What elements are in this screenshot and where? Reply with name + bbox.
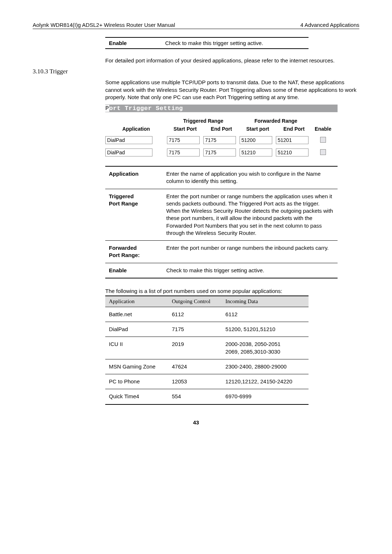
definition-label: ForwardedPort Range: [105, 241, 163, 263]
header-right: 4 Advanced Applications [300, 22, 359, 28]
definition-row: ForwardedPort Range:Enter the port numbe… [105, 241, 338, 263]
port-trigger-table: Application Triggered Range Start Port E… [105, 118, 338, 156]
pt-row [105, 148, 338, 156]
apps-cell-outgoing: 12053 [168, 374, 222, 389]
apps-row: PC to Phone1205312120,12122, 24150-24220 [105, 374, 309, 389]
port-trigger-setting-bar: Port Trigger Setting [105, 105, 338, 112]
def-label: Enable [105, 40, 165, 46]
triggered-end-input[interactable] [203, 136, 236, 144]
apps-cell-application: MSN Gaming Zone [105, 359, 168, 374]
col-application: Application [105, 120, 167, 132]
triggered-start-input[interactable] [167, 148, 200, 156]
col-enable: Enable [312, 120, 334, 132]
apps-cell-incoming: 6970-6999 [222, 389, 309, 404]
apps-cell-incoming: 6112 [222, 307, 309, 322]
apps-cell-application: DialPad [105, 322, 168, 337]
apps-cell-outgoing: 47624 [168, 359, 222, 374]
apps-cell-application: Quick Time4 [105, 389, 168, 404]
def-text: Check to make this trigger setting activ… [165, 40, 309, 46]
apps-row: ICU II20192000-2038, 2050-2051 2069, 208… [105, 337, 309, 359]
definition-row: TriggeredPort RangeEnter the port number… [105, 189, 338, 241]
definition-row: ApplicationEnter the name of application… [105, 166, 338, 189]
apps-col-incoming: Incoming Data [222, 296, 309, 307]
section-heading: 3.10.3 Trigger [33, 68, 359, 75]
pt-row [105, 136, 338, 144]
col-triggered-range: Triggered Range Start Port End Port [167, 118, 240, 132]
label-triggered: Triggered Range [167, 118, 240, 124]
forwarded-start-input[interactable] [240, 136, 272, 144]
bar-rest: ort Trigger Setting [109, 105, 183, 112]
apps-cell-incoming: 2300-2400, 28800-29000 [222, 359, 309, 374]
application-input[interactable] [105, 136, 152, 144]
paragraph-trigger-intro: Some applications use multiple TCP/UDP p… [105, 79, 359, 101]
apps-row: Quick Time45546970-6999 [105, 389, 309, 404]
definition-row: EnableCheck to make this trigger setting… [105, 263, 338, 278]
definition-enable-top: Enable Check to make this trigger settin… [105, 37, 309, 49]
definition-label: Enable [105, 263, 163, 278]
apps-cell-outgoing: 6112 [168, 307, 222, 322]
forwarded-start-input[interactable] [240, 148, 272, 156]
apps-cell-outgoing: 554 [168, 389, 222, 404]
apps-row: DialPad717551200, 51201,51210 [105, 322, 309, 337]
page-header: Aolynk WDR814(I)g ADSL2+ Wireless Router… [33, 22, 359, 29]
enable-checkbox[interactable] [320, 137, 326, 143]
triggered-start-input[interactable] [167, 136, 200, 144]
enable-checkbox[interactable] [320, 149, 326, 155]
page-number: 43 [33, 419, 359, 425]
label-start-port-2: Start port [240, 126, 276, 132]
apps-row: Battle.net61126112 [105, 307, 309, 322]
definition-text: Enter the port number or range numbers t… [163, 189, 338, 241]
apps-cell-outgoing: 2019 [168, 337, 222, 359]
apps-cell-application: ICU II [105, 337, 168, 359]
apps-col-application: Application [105, 296, 168, 307]
apps-cell-application: PC to Phone [105, 374, 168, 389]
triggered-end-input[interactable] [203, 148, 236, 156]
apps-cell-incoming: 12120,12122, 24150-24220 [222, 374, 309, 389]
apps-col-outgoing: Outgoing Control [168, 296, 222, 307]
bar-first-letter: P [105, 105, 109, 112]
forwarded-end-input[interactable] [276, 148, 309, 156]
col-forwarded-range: Forwarded Range Start port End Port [240, 118, 312, 132]
label-start-port-1: Start Port [167, 126, 203, 132]
apps-caption: The following is a list of port numbers … [105, 288, 359, 294]
apps-cell-application: Battle.net [105, 307, 168, 322]
definition-label: TriggeredPort Range [105, 189, 163, 241]
definition-label: Application [105, 166, 163, 189]
label-end-port-2: End Port [276, 126, 312, 132]
apps-header-row: Application Outgoing Control Incoming Da… [105, 296, 309, 307]
applications-table: Application Outgoing Control Incoming Da… [105, 296, 309, 405]
header-left: Aolynk WDR814(I)g ADSL2+ Wireless Router… [33, 22, 175, 28]
apps-cell-incoming: 2000-2038, 2050-2051 2069, 2085,3010-303… [222, 337, 309, 359]
definition-text: Enter the name of application you wish t… [163, 166, 338, 189]
application-input[interactable] [105, 148, 152, 156]
label-forwarded: Forwarded Range [240, 118, 312, 124]
apps-cell-incoming: 51200, 51201,51210 [222, 322, 309, 337]
definition-text: Enter the port number or range numbers t… [163, 241, 338, 263]
definition-text: Check to make this trigger setting activ… [163, 263, 338, 278]
forwarded-end-input[interactable] [276, 136, 309, 144]
pt-header-row: Application Triggered Range Start Port E… [105, 118, 338, 132]
apps-cell-outgoing: 7175 [168, 322, 222, 337]
apps-row: MSN Gaming Zone476242300-2400, 28800-290… [105, 359, 309, 374]
definitions-table: ApplicationEnter the name of application… [105, 166, 338, 278]
label-end-port-1: End Port [203, 126, 240, 132]
paragraph-resources: For detailed port information of your de… [105, 57, 359, 64]
